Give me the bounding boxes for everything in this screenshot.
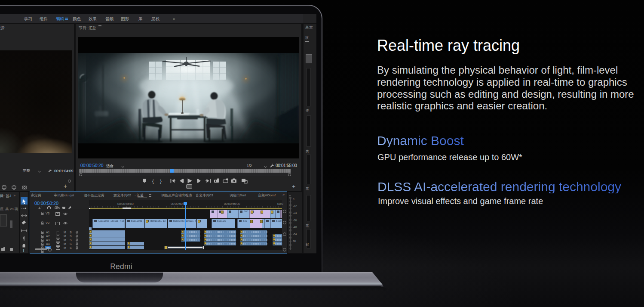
svg-text:{: { xyxy=(152,179,154,184)
svg-text:}: } xyxy=(160,179,162,184)
svg-text:T: T xyxy=(22,248,25,253)
